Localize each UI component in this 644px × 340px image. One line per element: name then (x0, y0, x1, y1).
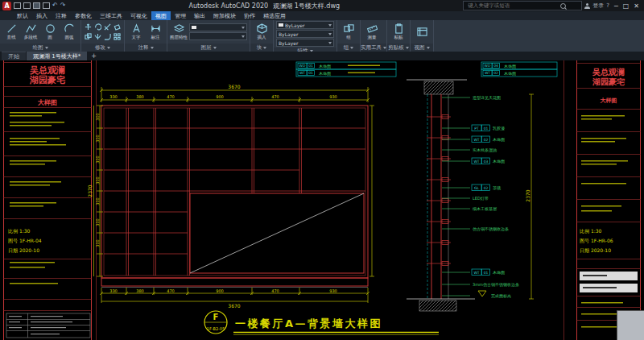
signin-label[interactable]: 登录 (592, 2, 604, 10)
panel-label-view[interactable]: 视图 (411, 44, 433, 52)
svg-text:WT: WT (473, 138, 479, 142)
svg-text:01: 01 (308, 71, 313, 75)
svg-text:WT: WT (299, 71, 305, 75)
panel-modify: 修改 (81, 20, 125, 52)
section-shelves (427, 115, 451, 266)
tab-output[interactable]: 输出 (190, 11, 209, 20)
arc-button[interactable]: 圆弧 (60, 21, 78, 43)
svg-text:470: 470 (167, 94, 175, 99)
svg-text:900: 900 (216, 94, 224, 99)
baseboard-hatch (101, 278, 368, 286)
panel-label-annotation[interactable]: 注释 (125, 44, 167, 52)
ribbon: 直线 多段线 圆 圆弧 绘图 (0, 20, 644, 52)
plot-icon[interactable] (43, 2, 50, 9)
tab-insert[interactable]: 插入 (32, 11, 52, 20)
account-icon[interactable] (584, 3, 590, 9)
mirror-icon[interactable] (94, 33, 101, 40)
panel-label-properties[interactable]: 特性 (274, 48, 336, 52)
layers-icon (174, 23, 184, 34)
circle-button[interactable]: 圆 (41, 21, 59, 43)
tab-featured-apps[interactable]: 精选应用 (259, 11, 290, 20)
move-icon[interactable] (85, 23, 92, 31)
measure-icon (367, 23, 378, 34)
panel-draw: 直线 多段线 圆 圆弧 绘图 (0, 20, 81, 52)
file-tab-drawing[interactable]: 观澜湖 1号楼大样* (27, 52, 87, 60)
tab-collaborate[interactable]: 协作 (240, 11, 259, 20)
svg-text:乳胶漆: 乳胶漆 (493, 126, 505, 131)
quick-access-toolbar: ↶ ↷ (14, 2, 65, 9)
tab-home[interactable]: 默认 (13, 11, 32, 20)
insert-block-button[interactable]: 插入 (253, 21, 270, 43)
material-legend-2: WD 04 木饰面 WT 02 木饰面 (481, 62, 557, 77)
panel-utilities: 测量 实用工具 (361, 20, 387, 52)
document-title: 观澜湖 1号楼大样.dwg (273, 2, 340, 10)
search-input[interactable] (466, 2, 558, 10)
close-button[interactable]: ✕ (634, 2, 639, 10)
fillet-icon[interactable] (104, 33, 111, 40)
cad-drawing[interactable]: 吴总观澜 湖园豪宅 大样图 比例 1:30 图号 1F-HR-04 日期 202… (0, 60, 644, 340)
tab-3dtools[interactable]: 三维工具 (96, 11, 126, 20)
panel-label-layers[interactable]: 图层 (167, 44, 250, 52)
help-search[interactable] (463, 1, 582, 10)
new-drawing-tab-button[interactable]: + (88, 52, 100, 60)
cabinet-shelves (104, 128, 365, 254)
svg-text:470: 470 (271, 288, 279, 293)
line-button[interactable]: 直线 (2, 21, 20, 43)
undo-icon[interactable]: ↶ (52, 2, 58, 9)
panel-label-draw[interactable]: 绘图 (0, 44, 80, 52)
panel-label-groups[interactable]: 组 (337, 44, 360, 52)
tab-parametric[interactable]: 参数化 (71, 11, 96, 20)
dimension-button[interactable]: 标注 (147, 21, 164, 43)
tab-visualize[interactable]: 可视化 (126, 11, 151, 20)
tab-manage[interactable]: 管理 (171, 11, 190, 20)
svg-text:木饰面: 木饰面 (319, 71, 331, 77)
object-color-dropdown[interactable]: ByLayer (276, 21, 334, 29)
drawing-canvas[interactable]: 吴总观澜 湖园豪宅 大样图 比例 1:30 图号 1F-HR-04 日期 202… (0, 60, 644, 340)
panel-label-modify[interactable]: 修改 (81, 44, 124, 52)
chevron-down-icon (350, 47, 353, 49)
copy-icon[interactable] (85, 33, 92, 40)
layer-properties-button[interactable]: 图层特性 (170, 21, 188, 43)
svg-text:470: 470 (271, 94, 279, 99)
panel-label-block[interactable]: 块 (250, 44, 273, 52)
open-file-icon[interactable] (23, 2, 31, 9)
svg-text:930: 930 (329, 288, 337, 293)
new-file-icon[interactable] (14, 2, 21, 9)
lineweight-dropdown[interactable]: ByLayer (276, 39, 334, 47)
circle-icon (45, 23, 56, 34)
panel-label-clipboard[interactable]: 剪贴板 (387, 44, 410, 52)
layer-dropdown[interactable] (189, 23, 247, 31)
dimension-icon (151, 23, 161, 34)
taskbar-preview-thumbnail[interactable] (617, 310, 644, 340)
linetype-dropdown[interactable]: ByLayer (276, 30, 334, 38)
measure-button[interactable]: 测量 (363, 21, 381, 43)
text-button[interactable]: 文字 (127, 21, 145, 43)
autocad-logo-icon[interactable]: A (2, 2, 11, 10)
maximize-button[interactable]: □ (623, 2, 630, 10)
tab-addins[interactable]: 附加模块 (209, 11, 240, 20)
layer-filter-dropdown[interactable] (189, 32, 247, 40)
file-tab-start[interactable]: 开始 (2, 52, 26, 60)
right-sheet-type: 大样图 (601, 97, 617, 104)
panel-clipboard: 粘贴 剪贴板 (387, 20, 411, 52)
insert-block-icon (257, 23, 267, 34)
svg-text:02: 02 (484, 138, 489, 142)
save-icon[interactable] (33, 2, 40, 9)
view-button[interactable] (413, 21, 431, 43)
redo-icon[interactable]: ↷ (60, 2, 66, 9)
polyline-button[interactable]: 多段线 (22, 21, 39, 43)
paste-button[interactable]: 粘贴 (390, 21, 407, 43)
panel-label-utilities[interactable]: 实用工具 (361, 44, 386, 52)
help-icon[interactable]: ? (606, 2, 609, 9)
rotate-icon[interactable] (94, 23, 101, 31)
tab-annotate[interactable]: 注释 (52, 11, 71, 20)
minimize-button[interactable]: ─ (614, 2, 618, 10)
svg-text:02: 02 (484, 186, 489, 190)
svg-text:330: 330 (109, 288, 118, 293)
erase-icon[interactable] (114, 23, 121, 31)
group-button[interactable]: 组 (340, 21, 357, 43)
array-icon[interactable] (114, 33, 121, 40)
tab-view[interactable]: 视图 (151, 11, 171, 20)
trim-icon[interactable] (104, 23, 111, 31)
search-icon[interactable] (560, 3, 566, 9)
